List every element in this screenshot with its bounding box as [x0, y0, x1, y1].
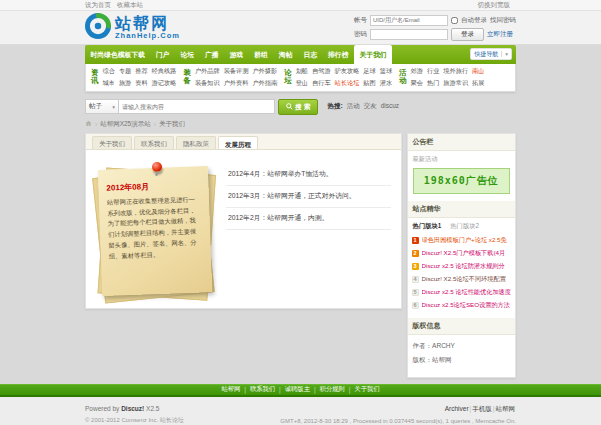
announce-subtitle[interactable]: 最新活动: [408, 151, 515, 166]
hot-search-link[interactable]: 交友: [364, 102, 377, 111]
hot-search-link[interactable]: 活动: [347, 102, 360, 111]
timeline-item: 2012年3月：站帮网开通，正式对外访问。: [226, 186, 391, 208]
subnav-link[interactable]: 登山: [296, 79, 308, 88]
subnav-link[interactable]: 自驾游: [312, 67, 331, 76]
subnav-link[interactable]: 自行车: [312, 79, 331, 88]
subnav-link[interactable]: 装备评测: [224, 67, 249, 76]
footer-right-link[interactable]: Archiver: [445, 405, 469, 412]
list-item[interactable]: 5Discuz x2.5 论坛性能优化加速度: [412, 286, 511, 299]
chevron-down-icon: ▾: [501, 51, 508, 57]
hot-search-link[interactable]: discuz: [381, 102, 399, 111]
tab-隐私政策[interactable]: 隐私政策: [176, 136, 216, 149]
footer-right-link[interactable]: 站帮网: [496, 405, 516, 412]
subnav-link[interactable]: 灌水: [380, 79, 392, 88]
tab-发展历程[interactable]: 发展历程: [218, 136, 258, 149]
subnav-category-char: 备: [183, 77, 191, 85]
nav-item[interactable]: 排行榜: [323, 45, 354, 64]
quick-nav-button[interactable]: 快捷导航 ▾: [470, 48, 512, 60]
footer-bar-link[interactable]: 诚聘版主: [285, 385, 310, 394]
subnav-link[interactable]: 旅游: [119, 79, 131, 88]
subnav-link[interactable]: 户外摄影: [252, 67, 277, 76]
subnav-link[interactable]: 旅游常识: [443, 79, 468, 88]
forgot-password-link[interactable]: 找回密码: [490, 16, 516, 25]
topbar-link[interactable]: 设为首页: [85, 1, 111, 8]
search-type-select[interactable]: 帖子 ▾: [85, 99, 119, 114]
rank-badge: 5: [412, 289, 419, 296]
nav-item[interactable]: 日志: [298, 45, 323, 64]
home-icon[interactable]: [85, 120, 92, 128]
subnav-link[interactable]: 划船: [296, 67, 308, 76]
footer-right-link[interactable]: 手机版: [472, 405, 492, 412]
login-button[interactable]: 登录: [451, 28, 484, 41]
subnav-link[interactable]: 驴友攻略: [335, 67, 360, 76]
subnav-link[interactable]: 综合: [103, 67, 115, 76]
footer-separator: |: [314, 386, 316, 393]
account-input[interactable]: [370, 15, 448, 26]
subnav-link[interactable]: 足球: [363, 67, 375, 76]
subnav-link[interactable]: 户外品牌: [195, 67, 220, 76]
register-link[interactable]: 立即注册: [487, 30, 513, 39]
subnav-link[interactable]: 户外资料: [224, 79, 249, 88]
logo[interactable]: 站帮网 ZhanHelp.Com: [85, 13, 180, 43]
search-button[interactable]: 搜 索: [278, 99, 318, 115]
nav-item[interactable]: 论坛: [175, 45, 200, 64]
subnav-link[interactable]: 装备知识: [195, 79, 220, 88]
breadcrumb-item[interactable]: 站帮网X25演示站: [100, 120, 151, 129]
nav-item[interactable]: 游戏: [224, 45, 249, 64]
nav-item[interactable]: 门户: [150, 45, 175, 64]
subnav-link[interactable]: 篮球: [380, 67, 392, 76]
subnav-link[interactable]: 游记攻略: [152, 79, 177, 88]
footer-bar-link[interactable]: 站帮网: [221, 385, 240, 394]
subnav-link[interactable]: 经典线路: [152, 67, 177, 76]
auto-login-checkbox[interactable]: [451, 17, 458, 24]
topbar-link[interactable]: 收藏本站: [117, 1, 143, 8]
footer-bar-link[interactable]: 关于我们: [354, 385, 379, 394]
side-tab[interactable]: 热门版块1: [413, 222, 442, 231]
subnav-link[interactable]: 聚会: [411, 79, 423, 88]
list-item-text: Discuz x2.5论坛SEO设置的方法: [422, 301, 510, 310]
nav-item[interactable]: 淘帖: [273, 45, 298, 64]
subnav-link[interactable]: 境外旅行: [443, 67, 468, 76]
powered-prefix: Powered by: [85, 405, 119, 412]
subnav-link[interactable]: 城市: [103, 79, 115, 88]
subnav-link[interactable]: 行业: [427, 67, 439, 76]
tab-关于我们[interactable]: 关于我们: [92, 136, 132, 149]
switch-wide-link[interactable]: 切换到宽版: [478, 1, 511, 10]
list-item[interactable]: 4Discuz! X2.5论坛不同环境配置: [412, 273, 511, 286]
subnav-link[interactable]: 热门: [427, 79, 439, 88]
subnav-link[interactable]: 南山: [472, 67, 484, 76]
subnav-link[interactable]: 推荐: [135, 67, 147, 76]
list-item[interactable]: 6Discuz x2.5论坛SEO设置的方法: [412, 299, 511, 312]
password-input[interactable]: [370, 29, 448, 40]
site-title: 站帮网: [115, 16, 180, 31]
subnav-link[interactable]: 贴图: [363, 79, 375, 88]
nav-item[interactable]: 广播: [200, 45, 225, 64]
breadcrumb-item[interactable]: 关于我们: [159, 120, 185, 129]
footer-bar-link[interactable]: 积分规则: [320, 385, 345, 394]
footer-bar-link[interactable]: 联系我们: [250, 385, 275, 394]
footer-separator: |: [244, 386, 246, 393]
nav-item[interactable]: 时尚绿色模板下载: [85, 45, 150, 64]
subnav-link[interactable]: 站长论坛: [335, 79, 360, 88]
nav-item[interactable]: 关于我们: [354, 45, 392, 64]
subnav-category: 装备: [183, 69, 191, 85]
list-item[interactable]: 2Discuz! X2.5门户模板下载(4月: [412, 247, 511, 260]
ad-banner[interactable]: 198x60广告位: [413, 168, 510, 194]
list-item[interactable]: 1绿色田园模板门户+论坛 x2.5免: [412, 234, 511, 247]
note-body: 站帮网正在收集整理意见进行一系列改版，优化及细分各栏目，为了能把每个栏目做大做精…: [107, 194, 203, 261]
powered-brand[interactable]: Discuz!: [121, 405, 144, 412]
list-item[interactable]: 3Discuz x2.5 论坛防灌水规则分: [412, 260, 511, 273]
subnav-link[interactable]: 郊游: [411, 67, 423, 76]
subnav-link[interactable]: 专题: [119, 67, 131, 76]
nav-item[interactable]: 群组: [249, 45, 274, 64]
subnav-link[interactable]: 拓展: [472, 79, 484, 88]
footer-separator: |: [279, 386, 281, 393]
search-input[interactable]: [119, 99, 275, 114]
subnav-category: 论坛: [284, 69, 292, 85]
footer-right-links: Archiver|手机版|站帮网: [280, 405, 516, 414]
tab-联系我们[interactable]: 联系我们: [134, 136, 174, 149]
subnav-link[interactable]: 资料: [135, 79, 147, 88]
subnav-link[interactable]: 户外指南: [252, 79, 277, 88]
side-tab[interactable]: 热门版块2: [450, 222, 479, 231]
rank-badge: 6: [412, 302, 419, 309]
